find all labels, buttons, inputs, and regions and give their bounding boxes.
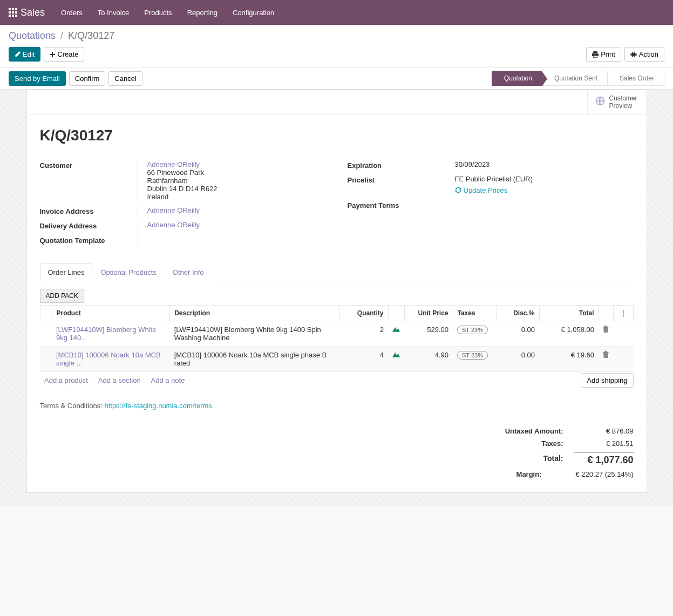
stage-sales-order[interactable]: Sales Order <box>607 71 664 86</box>
svg-rect-3 <box>9 11 11 13</box>
taxes-label: Taxes: <box>461 439 574 448</box>
line-product[interactable]: [LWF194410W] Blomberg White 9kg 140... <box>56 326 156 342</box>
breadcrumb-current: K/Q/30127 <box>68 30 114 41</box>
total-value: € 1,077.60 <box>574 452 634 466</box>
customer-label: Customer <box>40 160 137 201</box>
svg-rect-6 <box>9 15 11 17</box>
col-menu[interactable]: ⋮ <box>613 305 633 321</box>
nav-configuration[interactable]: Configuration <box>233 9 274 17</box>
col-unit-price: Unit Price <box>404 305 453 321</box>
plus-icon <box>50 52 55 57</box>
line-disc[interactable]: 0.00 <box>496 346 539 371</box>
svg-rect-4 <box>12 11 14 13</box>
terms-label: Terms & Conditions: <box>40 402 105 410</box>
line-disc[interactable]: 0.00 <box>496 321 539 346</box>
kebab-icon[interactable]: ⋮ <box>618 309 629 317</box>
breadcrumb: Quotations / K/Q/30127 <box>9 30 664 42</box>
expiration-label: Expiration <box>348 160 445 170</box>
terms-link[interactable]: https://fe-staging.numla.com/terms <box>104 402 212 410</box>
total-label: Total: <box>461 452 574 466</box>
col-handle <box>40 305 52 321</box>
col-description: Description <box>170 305 339 321</box>
col-product: Product <box>52 305 170 321</box>
stage-quotation[interactable]: Quotation <box>492 71 542 86</box>
delivery-address-link[interactable]: Adrienne OReilly <box>147 221 200 229</box>
tab-optional-products[interactable]: Optional Products <box>92 263 164 281</box>
nav-reporting[interactable]: Reporting <box>187 9 217 17</box>
margin-label: Margin: <box>461 470 553 478</box>
customer-link[interactable]: Adrienne OReilly <box>147 160 200 168</box>
trash-icon[interactable] <box>603 351 609 360</box>
line-qty[interactable]: 2 <box>339 321 388 346</box>
action-button[interactable]: Action <box>624 47 664 62</box>
forecast-icon[interactable] <box>392 326 400 334</box>
edit-button[interactable]: Edit <box>9 47 40 62</box>
col-quantity: Quantity <box>339 305 388 321</box>
nav-orders[interactable]: Orders <box>61 9 83 17</box>
terms-row: Terms & Conditions: https://fe-staging.n… <box>40 402 634 410</box>
add-product-link[interactable]: Add a product <box>44 376 88 384</box>
stat-line1: Customer <box>609 94 637 102</box>
stat-button-box: Customer Preview <box>27 90 647 115</box>
line-description: [MCB10] 100006 Noark 10a MCB single phas… <box>170 346 339 371</box>
line-total: € 1,058.00 <box>539 321 599 346</box>
totals-box: Untaxed Amount: € 876.09 Taxes: € 201.51… <box>461 425 634 480</box>
create-label: Create <box>57 50 78 58</box>
invoice-address-label: Invoice Address <box>40 206 137 215</box>
send-by-email-button[interactable]: Send by Email <box>9 71 66 86</box>
forecast-icon[interactable] <box>392 351 400 359</box>
add-section-link[interactable]: Add a section <box>98 376 141 384</box>
line-unit-price[interactable]: 529.00 <box>404 321 453 346</box>
cancel-button[interactable]: Cancel <box>108 71 142 86</box>
line-qty[interactable]: 4 <box>339 346 388 371</box>
page-title: K/Q/30127 <box>40 127 634 144</box>
col-total: Total <box>539 305 599 321</box>
payment-terms-label: Payment Terms <box>348 200 445 209</box>
control-panel: Quotations / K/Q/30127 Edit Create Print… <box>0 25 673 67</box>
print-label: Print <box>601 50 615 58</box>
pricelist-value: FE Public Pricelist (EUR) <box>455 175 533 183</box>
update-prices-link[interactable]: Update Prices <box>455 186 508 194</box>
apps-icon[interactable] <box>9 8 17 17</box>
line-unit-price[interactable]: 4.90 <box>404 346 453 371</box>
pencil-icon <box>15 51 21 57</box>
status-stages: Quotation Quotation Sent Sales Order <box>492 71 664 86</box>
customer-addr3: Dublin 14 D D14 R622 <box>147 185 217 193</box>
invoice-address-link[interactable]: Adrienne OReilly <box>147 206 200 214</box>
tab-order-lines[interactable]: Order Lines <box>40 263 93 281</box>
col-taxes: Taxes <box>453 305 496 321</box>
edit-label: Edit <box>23 50 35 58</box>
col-delete <box>599 305 613 321</box>
tax-badge[interactable]: ST 23% <box>457 351 488 360</box>
svg-rect-5 <box>15 11 17 13</box>
stat-line2: Preview <box>609 102 637 110</box>
add-note-link[interactable]: Add a note <box>151 376 185 384</box>
update-prices-label: Update Prices <box>464 186 508 194</box>
nav-products[interactable]: Products <box>144 9 172 17</box>
table-row[interactable]: [MCB10] 100006 Noark 10a MCB single ... … <box>40 346 633 371</box>
svg-rect-2 <box>15 8 17 10</box>
margin-value: € 220.27 (25.14%) <box>553 470 634 478</box>
print-button[interactable]: Print <box>586 47 621 62</box>
app-brand[interactable]: Sales <box>9 7 45 18</box>
nav-to-invoice[interactable]: To Invoice <box>98 9 130 17</box>
stage-quotation-sent[interactable]: Quotation Sent <box>542 71 608 86</box>
tax-badge[interactable]: ST 23% <box>457 326 488 334</box>
statusbar-row: Send by Email Confirm Cancel Quotation Q… <box>0 67 673 90</box>
globe-icon <box>595 96 605 109</box>
tabs: Order Lines Optional Products Other Info <box>40 263 634 281</box>
create-button[interactable]: Create <box>44 47 84 62</box>
confirm-button[interactable]: Confirm <box>69 71 106 86</box>
customer-preview-button[interactable]: Customer Preview <box>587 90 647 114</box>
trash-icon[interactable] <box>603 326 609 334</box>
delivery-address-label: Delivery Address <box>40 221 137 230</box>
col-forecast <box>388 305 404 321</box>
breadcrumb-root[interactable]: Quotations <box>9 30 56 41</box>
line-product[interactable]: [MCB10] 100006 Noark 10a MCB single ... <box>56 351 161 367</box>
customer-addr2: Rathfarnham <box>147 177 188 185</box>
add-shipping-button[interactable]: Add shipping <box>581 373 633 388</box>
svg-rect-1 <box>12 8 14 10</box>
tab-other-info[interactable]: Other Info <box>165 263 212 281</box>
table-row[interactable]: [LWF194410W] Blomberg White 9kg 140... [… <box>40 321 633 346</box>
add-pack-button[interactable]: ADD PACK <box>40 289 84 303</box>
